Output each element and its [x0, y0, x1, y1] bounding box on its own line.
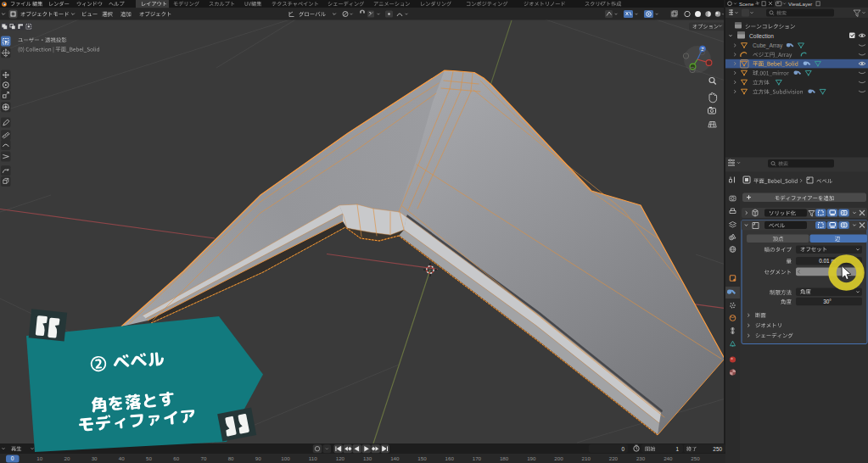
svg-text:30: 30	[92, 455, 98, 461]
svg-text:250: 250	[691, 455, 700, 461]
svg-text:160: 160	[445, 455, 455, 461]
svg-text:200: 200	[554, 455, 563, 461]
svg-text:0: 0	[11, 455, 14, 461]
svg-text:Scene: Scene	[739, 1, 754, 7]
svg-text:60: 60	[173, 455, 179, 461]
svg-text:Collection: Collection	[749, 33, 774, 39]
svg-text:100: 100	[281, 455, 290, 461]
svg-text:50: 50	[146, 455, 152, 461]
svg-text:120: 120	[336, 455, 345, 461]
svg-text:Cube_Array: Cube_Array	[753, 42, 783, 49]
svg-text:20: 20	[64, 455, 70, 461]
svg-text:220: 220	[609, 455, 619, 461]
svg-text:80: 80	[228, 455, 234, 461]
svg-text:250: 250	[713, 446, 722, 452]
svg-text:0: 0	[621, 446, 624, 452]
svg-text:180: 180	[500, 455, 509, 461]
svg-text:70: 70	[200, 455, 206, 461]
svg-text:110: 110	[309, 455, 317, 461]
svg-text:ViewLayer: ViewLayer	[788, 1, 812, 7]
svg-text:130: 130	[363, 455, 372, 461]
svg-text:40: 40	[119, 455, 125, 461]
svg-text:1: 1	[675, 446, 679, 452]
svg-text:240: 240	[664, 455, 673, 461]
svg-text:30°: 30°	[823, 298, 832, 304]
svg-text:10: 10	[36, 455, 42, 461]
svg-text:150: 150	[417, 455, 427, 461]
svg-text:140: 140	[390, 455, 400, 461]
svg-text:210: 210	[582, 455, 591, 461]
svg-text:90: 90	[255, 455, 261, 461]
svg-text:190: 190	[527, 455, 536, 461]
svg-text:230: 230	[636, 455, 646, 461]
svg-text:170: 170	[473, 455, 482, 461]
